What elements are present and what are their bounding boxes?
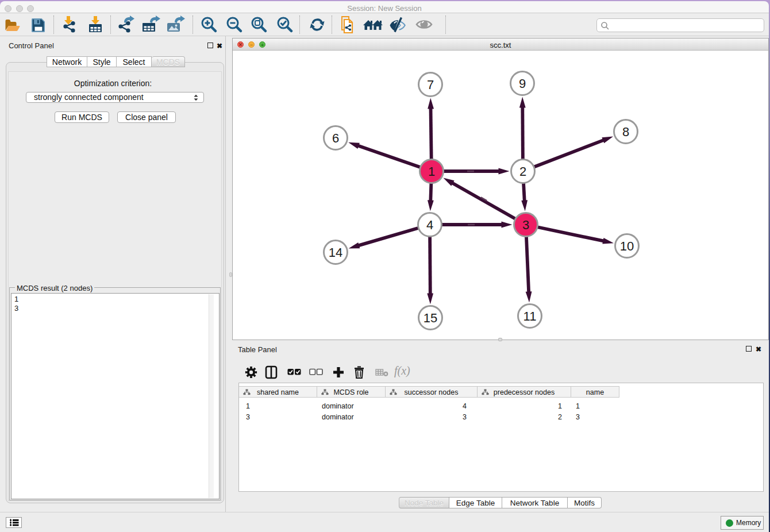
svg-text:7: 7 [427, 78, 434, 92]
svg-text:11: 11 [523, 309, 537, 323]
svg-text:4: 4 [426, 218, 433, 232]
svg-text:10: 10 [620, 239, 634, 253]
svg-text:15: 15 [424, 311, 437, 325]
svg-text:14: 14 [329, 245, 342, 260]
svg-text:9: 9 [519, 76, 526, 91]
svg-text:3: 3 [522, 218, 529, 232]
svg-text:1: 1 [428, 164, 435, 179]
svg-text:6: 6 [332, 131, 339, 145]
svg-text:2: 2 [519, 164, 526, 179]
svg-text:8: 8 [622, 125, 629, 139]
